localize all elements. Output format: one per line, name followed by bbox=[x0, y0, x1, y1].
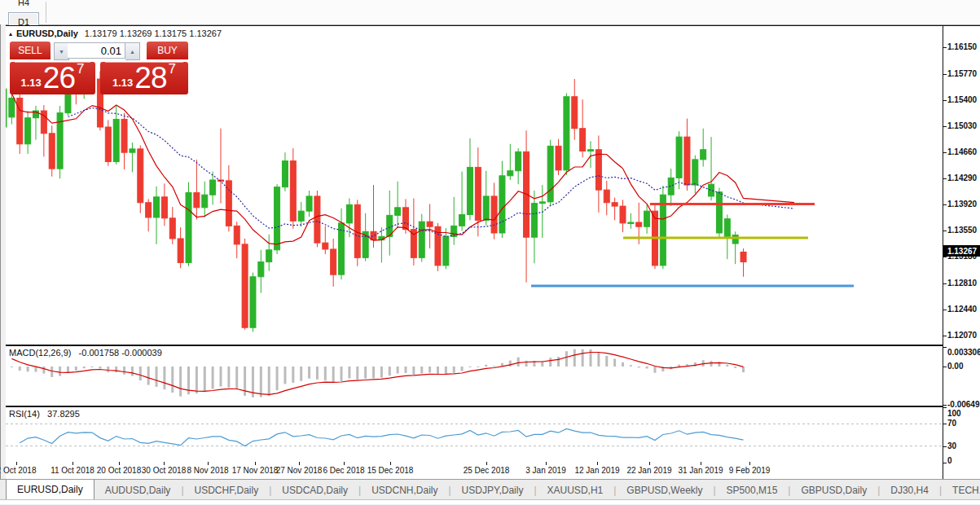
chart-quote-line: 1.13179 1.13269 1.13175 1.13267 bbox=[85, 29, 222, 38]
chart-tab-audusd[interactable]: AUDUSD,Daily bbox=[94, 480, 182, 500]
rsi-tick-mark bbox=[943, 463, 947, 463]
chart-symbol: EURUSD,Daily bbox=[16, 29, 78, 38]
current-price-badge: 1.13267 bbox=[943, 245, 980, 257]
macd-axis-label: 0.003306 bbox=[947, 348, 980, 357]
time-tick-mark bbox=[299, 462, 300, 465]
chart-tab-usdcnh[interactable]: USDCNH,Daily bbox=[361, 480, 448, 500]
price-tick-mark bbox=[943, 100, 947, 101]
volume-increase-button[interactable]: ▲ bbox=[125, 42, 140, 60]
price-axis[interactable]: 1.161501.157701.154001.150301.146601.142… bbox=[943, 25, 980, 480]
timeframe-toolbar: M30H1H4D1W1MN bbox=[0, 0, 980, 25]
chart-tab-usdcad[interactable]: USDCAD,Daily bbox=[271, 480, 358, 500]
price-axis-label: 1.12070 bbox=[947, 331, 977, 340]
time-tick-mark bbox=[597, 462, 598, 465]
buy-price-sup: 7 bbox=[169, 64, 176, 75]
chart-tab-sp500[interactable]: SP500,M15 bbox=[716, 480, 789, 500]
macd-signal-line bbox=[11, 353, 743, 395]
time-axis[interactable]: 2 Oct 201811 Oct 201820 Oct 201830 Oct 2… bbox=[6, 462, 943, 479]
time-tick-mark bbox=[701, 462, 701, 465]
chart-tab-eurusd[interactable]: EURUSD,Daily bbox=[6, 480, 94, 500]
time-axis-label: 20 Oct 2018 bbox=[97, 466, 141, 475]
macd-values: -0.001758 -0.000039 bbox=[79, 348, 162, 358]
price-tick-mark bbox=[943, 74, 947, 75]
rsi-tick-mark bbox=[943, 446, 947, 447]
price-tick-mark bbox=[943, 126, 947, 127]
chart-tab-xauusd[interactable]: XAUUSD,H1 bbox=[537, 480, 614, 500]
rsi-name: RSI(14) bbox=[9, 409, 40, 419]
chart-title: ▴ EURUSD,Daily 1.13179 1.13269 1.13175 1… bbox=[9, 29, 222, 38]
buy-button[interactable]: BUY bbox=[147, 42, 188, 59]
time-axis-label: 9 Feb 2019 bbox=[729, 466, 771, 475]
time-tick-mark bbox=[73, 462, 73, 465]
sell-button[interactable]: SELL bbox=[10, 42, 51, 59]
status-strip bbox=[0, 499, 980, 505]
price-tick-mark bbox=[943, 204, 947, 205]
time-axis-label: 27 Nov 2018 bbox=[276, 466, 323, 475]
time-tick-mark bbox=[486, 462, 487, 465]
rsi-axis-label: 30 bbox=[947, 441, 956, 450]
macd-name: MACD(12,26,9) bbox=[9, 348, 71, 358]
time-axis-label: 12 Jan 2019 bbox=[574, 466, 619, 475]
chart-tab-tech100[interactable]: TECH100,H1 bbox=[942, 480, 980, 500]
time-axis-label: 2 Oct 2018 bbox=[0, 466, 36, 475]
rsi-tick-mark bbox=[943, 407, 947, 408]
time-tick-mark bbox=[546, 462, 547, 465]
trading-terminal-window: M30H1H4D1W1MN MACD(12,26,9) -0.001758 -0… bbox=[0, 0, 980, 505]
timeframe-button-h4[interactable]: H4 bbox=[8, 0, 39, 12]
price-axis-label: 1.13920 bbox=[947, 200, 977, 209]
sell-price-box[interactable]: 1.13 26 7 bbox=[10, 62, 95, 94]
rsi-panel[interactable]: RSI(14) 37.8295 bbox=[6, 406, 943, 463]
time-axis-label: 17 Nov 2018 bbox=[232, 466, 279, 475]
price-axis-label: 1.14660 bbox=[947, 147, 977, 156]
one-click-trade-panel: SELL ▼ 0.01 ▲ BUY 1.13 26 7 1.13 28 7 bbox=[10, 42, 188, 94]
price-axis-label: 1.13550 bbox=[947, 226, 977, 235]
chart-tab-usdjpy[interactable]: USDJPY,Daily bbox=[451, 480, 534, 500]
price-axis-label: 1.15400 bbox=[947, 95, 977, 104]
time-axis-label: 6 Dec 2018 bbox=[323, 466, 364, 475]
macd-axis-label: -0.00649 bbox=[947, 400, 979, 409]
buy-price-big: 28 bbox=[134, 64, 166, 91]
time-axis-label: 3 Jan 2019 bbox=[525, 466, 566, 475]
candles bbox=[6, 71, 746, 332]
rsi-axis-label: 70 bbox=[947, 419, 956, 428]
sell-price-sup: 7 bbox=[77, 64, 84, 75]
price-tick-mark bbox=[943, 310, 947, 310]
chart-tab-gbpusd[interactable]: GBPUSD,Daily bbox=[790, 480, 877, 500]
spinner-up-icon: ▲ bbox=[130, 49, 135, 55]
macd-panel[interactable]: MACD(12,26,9) -0.001758 -0.000039 bbox=[6, 345, 943, 406]
chart-tab-usdchf[interactable]: USDCHF,Daily bbox=[184, 480, 270, 500]
time-tick-mark bbox=[344, 462, 345, 465]
price-tick-mark bbox=[943, 231, 947, 231]
rsi-value: 37.8295 bbox=[47, 409, 80, 419]
rsi-canvas[interactable] bbox=[6, 407, 943, 463]
sell-price-small: 1.13 bbox=[21, 75, 42, 91]
price-tick-mark bbox=[943, 47, 947, 48]
volume-input[interactable]: 0.01 bbox=[68, 42, 125, 59]
time-tick-mark bbox=[255, 462, 256, 465]
time-tick-mark bbox=[164, 462, 165, 465]
price-tick-mark bbox=[943, 152, 947, 153]
time-tick-mark bbox=[649, 462, 650, 465]
buy-price-small: 1.13 bbox=[112, 75, 133, 91]
price-axis-label: 1.15030 bbox=[947, 121, 977, 130]
time-axis-label: 31 Jan 2019 bbox=[678, 466, 723, 475]
time-axis-label: 30 Oct 2018 bbox=[142, 466, 186, 475]
rsi-tick-mark bbox=[943, 424, 947, 424]
time-axis-label: 11 Oct 2018 bbox=[51, 466, 94, 475]
chart-tab-gbpusd[interactable]: GBPUSD,Weekly bbox=[616, 480, 713, 500]
price-tick-mark bbox=[943, 336, 947, 336]
time-tick-mark bbox=[390, 462, 391, 465]
price-tick-mark bbox=[943, 283, 947, 284]
buy-price-box[interactable]: 1.13 28 7 bbox=[100, 62, 188, 94]
toolbar-separator bbox=[46, 2, 46, 23]
chart-tab-bar: EURUSD,DailyAUDUSD,Daily|USDCHF,Daily|US… bbox=[0, 479, 980, 500]
spinner-down-icon: ▼ bbox=[59, 49, 64, 55]
chart-tab-dj30[interactable]: DJ30,H4 bbox=[880, 480, 939, 500]
hline-objects[interactable] bbox=[531, 204, 854, 286]
time-axis-label: 22 Jan 2019 bbox=[626, 466, 671, 475]
collapse-icon[interactable]: ▴ bbox=[9, 30, 12, 37]
macd-tick-mark bbox=[943, 405, 947, 406]
time-tick-mark bbox=[16, 462, 17, 465]
price-axis-label: 1.16150 bbox=[947, 42, 977, 51]
rsi-line bbox=[20, 428, 743, 446]
